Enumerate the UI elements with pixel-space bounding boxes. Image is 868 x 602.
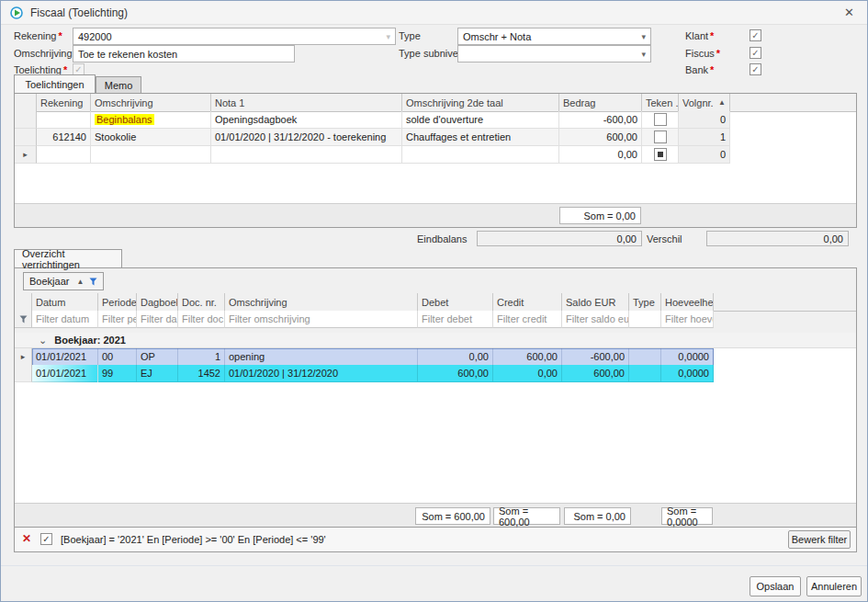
filter-row-funnel-icon[interactable] (15, 311, 32, 328)
column-header-rekening[interactable]: Rekening (37, 94, 91, 111)
cell-bedrag[interactable]: 600,00 (559, 129, 642, 146)
column-header-credit[interactable]: Credit (493, 293, 562, 311)
cell-periode[interactable]: 99 (98, 365, 137, 382)
column-header-teken[interactable]: Teken ... (642, 94, 679, 111)
filter-funnel-icon[interactable] (89, 278, 97, 286)
filter-saldo-input[interactable]: Filter saldo eur (562, 311, 629, 328)
tab-overzicht-verrichtingen[interactable]: Overzicht verrichtingen (14, 249, 122, 267)
cell-hoeveelheid[interactable]: 0,0000 (661, 365, 714, 382)
table-row[interactable]: ▸ 0,00 0 (15, 146, 730, 164)
chevron-down-icon[interactable]: ▾ (386, 32, 390, 41)
cell-bedrag[interactable]: 0,00 (559, 146, 642, 164)
chevron-down-icon[interactable]: ▾ (641, 50, 646, 59)
group-row-boekjaar-2021[interactable]: ⌄ Boekjaar: 2021 (15, 333, 856, 348)
cell-dagboek[interactable]: EJ (137, 365, 178, 382)
cell-teken[interactable] (642, 129, 679, 146)
column-header-volgnr[interactable]: Volgnr. ▲ (679, 94, 730, 111)
cell-omschrijving-2de-taal[interactable] (402, 146, 559, 164)
table-row[interactable]: 01/01/2021 99 EJ 1452 01/01/2020 | 31/12… (15, 365, 714, 382)
column-header-hoeveelheid[interactable]: Hoeveelheid (661, 293, 714, 311)
groupby-chip-boekjaar[interactable]: Boekjaar ▲ (23, 272, 104, 290)
cell-omschrijving[interactable] (91, 146, 211, 164)
bank-checkbox[interactable]: ✓ (750, 63, 761, 75)
column-header-type[interactable]: Type (629, 293, 661, 311)
teken-checkbox[interactable] (654, 113, 667, 126)
close-icon[interactable]: ✕ (840, 6, 858, 19)
cell-volgnr[interactable]: 0 (679, 146, 730, 164)
column-header-omschrijving[interactable]: Omschrijving (225, 293, 418, 311)
rekening-combobox[interactable]: 492000 ▾ (73, 28, 396, 45)
omschrijving-input[interactable]: Toe te rekenen kosten (73, 45, 295, 62)
filter-expression[interactable]: [Boekjaar] = '2021' En [Periode] >= '00'… (61, 534, 326, 545)
cell-rekening[interactable]: 612140 (37, 129, 91, 146)
cell-type[interactable] (629, 365, 661, 382)
column-header-debet[interactable]: Debet (418, 293, 493, 311)
column-header-docnr[interactable]: Doc. nr. (178, 293, 225, 311)
cell-nota1[interactable]: Openingsdagboek (211, 111, 402, 129)
teken-checkbox[interactable] (654, 131, 667, 143)
cell-nota1[interactable] (211, 146, 402, 164)
cell-teken[interactable] (642, 111, 679, 129)
cell-credit[interactable]: 0,00 (493, 365, 562, 382)
filter-datum-input[interactable]: Filter datum (32, 311, 98, 328)
bewerk-filter-button[interactable]: Bewerk filter (788, 530, 851, 549)
klant-checkbox[interactable]: ✓ (750, 29, 761, 41)
save-button[interactable]: Opslaan (750, 576, 801, 596)
cell-debet[interactable]: 600,00 (418, 365, 493, 382)
chevron-down-icon[interactable]: ▾ (641, 32, 646, 41)
cell-datum[interactable]: 01/01/2021 (32, 348, 98, 366)
cell-type[interactable] (629, 348, 661, 366)
cell-docnr[interactable]: 1 (178, 348, 225, 366)
table-row[interactable]: Beginbalans Openingsdagboek solde d'ouve… (15, 111, 730, 129)
cell-teken[interactable] (642, 146, 679, 164)
cell-docnr[interactable]: 1452 (178, 365, 225, 382)
cell-rekening[interactable] (37, 111, 91, 129)
filter-docnr-input[interactable]: Filter doc. nr. (178, 311, 225, 328)
cell-omschrijving-2de-taal[interactable]: Chauffages et entretien (402, 129, 559, 146)
type-subniveau-combobox[interactable]: ▾ (457, 45, 651, 62)
filter-hoeveelheid-input[interactable]: Filter hoeve... (661, 311, 714, 328)
column-header-omschrijving[interactable]: Omschrijving (91, 94, 211, 111)
cell-dagboek[interactable]: OP (137, 348, 178, 366)
teken-checkbox-indeterminate[interactable] (654, 148, 667, 161)
column-header-dagboek[interactable]: Dagboek (137, 293, 178, 311)
cell-debet[interactable]: 0,00 (418, 348, 493, 366)
cell-hoeveelheid[interactable]: 0,0000 (661, 348, 714, 366)
group-collapse-icon[interactable]: ⌄ (39, 335, 47, 346)
table-row[interactable]: 612140 Stookolie 01/01/2020 | 31/12/2020… (15, 129, 730, 146)
column-header-bedrag[interactable]: Bedrag (559, 94, 642, 111)
remove-filter-icon[interactable]: ✕ (22, 532, 31, 545)
column-header-nota1[interactable]: Nota 1 (211, 94, 402, 111)
cell-omschrijving[interactable]: Stookolie (91, 129, 211, 146)
filter-enabled-checkbox[interactable]: ✓ (40, 533, 52, 545)
cell-datum[interactable]: 01/01/2021 (32, 365, 98, 382)
column-header-saldo-eur[interactable]: Saldo EUR (562, 293, 629, 311)
cell-rekening[interactable] (37, 146, 91, 164)
filter-type-input[interactable] (629, 311, 661, 328)
filter-credit-input[interactable]: Filter credit (493, 311, 562, 328)
column-header-omschrijving-2de-taal[interactable]: Omschrijving 2de taal (402, 94, 559, 111)
type-combobox[interactable]: Omschr + Nota ▾ (457, 28, 651, 45)
cell-volgnr[interactable]: 0 (679, 111, 730, 129)
filter-periode-input[interactable]: Filter pe... (98, 311, 137, 328)
cell-saldo[interactable]: -600,00 (562, 348, 629, 366)
cell-omschrijving[interactable]: 01/01/2020 | 31/12/2020 (225, 365, 418, 382)
cell-credit[interactable]: 600,00 (493, 348, 562, 366)
fiscus-checkbox[interactable]: ✓ (750, 47, 761, 59)
filter-dagboek-input[interactable]: Filter da... (137, 311, 178, 328)
column-header-datum[interactable]: Datum (32, 293, 98, 311)
cell-nota1[interactable]: 01/01/2020 | 31/12/2020 - toerekening (211, 129, 402, 146)
cell-bedrag[interactable]: -600,00 (559, 111, 642, 129)
cell-omschrijving[interactable]: Beginbalans (91, 111, 211, 129)
filter-debet-input[interactable]: Filter debet (418, 311, 493, 328)
tab-toelichtingen[interactable]: Toelichtingen (14, 74, 96, 93)
cell-omschrijving-2de-taal[interactable]: solde d'ouverture (402, 111, 559, 129)
cancel-button[interactable]: Annuleren (806, 576, 862, 596)
filter-omschrijving-input[interactable]: Filter omschrijving (225, 311, 418, 328)
cell-periode[interactable]: 00 (98, 348, 137, 366)
table-row-selected[interactable]: ▸ 01/01/2021 00 OP 1 opening 0,00 600,00… (15, 348, 714, 366)
tab-memo[interactable]: Memo (96, 76, 141, 93)
cell-saldo[interactable]: 600,00 (562, 365, 629, 382)
cell-omschrijving[interactable]: opening (225, 348, 418, 366)
cell-volgnr[interactable]: 1 (679, 129, 730, 146)
